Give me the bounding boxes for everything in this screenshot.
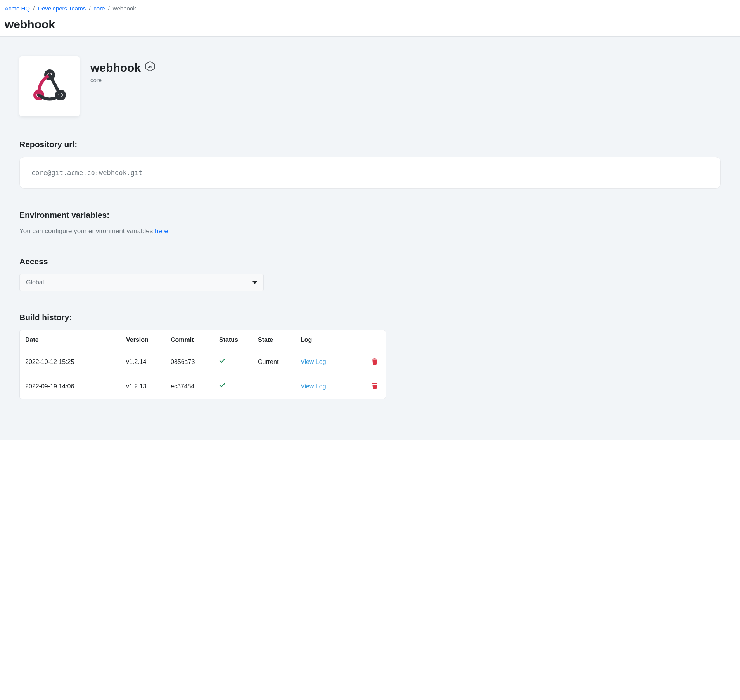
cell-version: v1.2.13 [126,383,171,390]
table-header-row: Date Version Commit Status State Log [20,330,386,350]
nodejs-icon: JS [145,61,156,75]
caret-down-icon [252,281,257,284]
access-select[interactable]: Global [19,274,264,291]
col-header-status: Status [219,336,258,343]
cell-commit: ec37484 [171,383,219,390]
view-log-link[interactable]: View Log [301,383,326,390]
service-name: webhook [90,61,141,75]
service-avatar [19,56,80,116]
cell-version: v1.2.14 [126,359,171,366]
col-header-date: Date [25,336,126,343]
table-row: 2022-10-12 15:25 v1.2.14 0856a73 Current… [20,350,386,374]
breadcrumb-link-org[interactable]: Acme HQ [5,5,30,12]
cell-date: 2022-10-12 15:25 [25,359,126,366]
col-header-log: Log [301,336,363,343]
env-text-prefix: You can configure your environment varia… [19,227,155,235]
breadcrumb-separator: / [86,5,93,12]
svg-text:JS: JS [148,65,152,69]
cell-commit: 0856a73 [171,359,219,366]
build-history-heading: Build history: [19,313,721,322]
webhook-icon [30,66,69,107]
page-title: webhook [5,18,735,31]
env-heading: Environment variables: [19,210,721,220]
access-heading: Access [19,257,721,266]
breadcrumb-current: webhook [113,5,136,12]
env-config-link[interactable]: here [155,227,168,235]
breadcrumb-separator: / [105,5,113,12]
cell-date: 2022-09-19 14:06 [25,383,126,390]
col-header-state: State [258,336,301,343]
service-header: webhook JS core [19,56,721,116]
repo-url: core@git.acme.co:webhook.git [19,157,721,189]
success-check-icon [219,384,226,390]
breadcrumb-separator: / [30,5,38,12]
view-log-link[interactable]: View Log [301,359,326,365]
col-header-commit: Commit [171,336,219,343]
service-team: core [90,77,156,83]
cell-state: Current [258,359,301,366]
breadcrumb-link-group[interactable]: Developers Teams [38,5,86,12]
delete-build-button[interactable] [372,384,378,390]
breadcrumb-link-team[interactable]: core [93,5,105,12]
access-selected-value: Global [26,279,44,286]
success-check-icon [219,359,226,366]
env-text: You can configure your environment varia… [19,227,721,235]
repo-heading: Repository url: [19,140,721,149]
breadcrumb: Acme HQ / Developers Teams / core / webh… [5,5,735,12]
col-header-version: Version [126,336,171,343]
delete-build-button[interactable] [372,359,378,366]
build-history-table: Date Version Commit Status State Log 202… [19,330,386,399]
table-row: 2022-09-19 14:06 v1.2.13 ec37484 View Lo… [20,374,386,399]
